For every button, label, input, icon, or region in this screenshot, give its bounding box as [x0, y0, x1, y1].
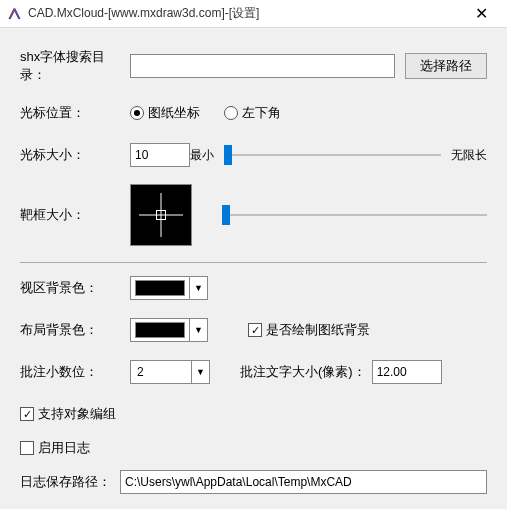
target-size-label: 靶框大小： [20, 206, 130, 224]
radio-bottom-left-label: 左下角 [242, 104, 281, 122]
chevron-down-icon: ▼ [189, 277, 207, 299]
support-edit-group-label: 支持对象编组 [38, 405, 116, 423]
titlebar: CAD.MxCloud-[www.mxdraw3d.com]-[设置] ✕ [0, 0, 507, 28]
separator [20, 262, 487, 263]
checkbox-icon [248, 323, 262, 337]
shx-path-input[interactable] [130, 54, 395, 78]
radio-bottom-left[interactable]: 左下角 [224, 104, 281, 122]
cursor-pos-group: 图纸坐标 左下角 [130, 104, 281, 122]
support-edit-group-checkbox[interactable]: 支持对象编组 [20, 405, 116, 423]
log-path-input[interactable] [120, 470, 487, 494]
shx-path-label: shx字体搜索目录： [20, 48, 130, 84]
layout-bg-select[interactable]: ▼ [130, 318, 208, 342]
draw-paper-bg-label: 是否绘制图纸背景 [266, 321, 370, 339]
settings-panel: shx字体搜索目录： 选择路径 光标位置： 图纸坐标 左下角 光标大小： 最小 … [0, 28, 507, 509]
target-preview-icon [130, 184, 192, 246]
comment-text-size-input[interactable] [372, 360, 442, 384]
slider-thumb-icon [222, 205, 230, 225]
radio-icon [130, 106, 144, 120]
layout-bg-label: 布局背景色： [20, 321, 130, 339]
browse-button[interactable]: 选择路径 [405, 53, 487, 79]
comment-precision-label: 批注小数位： [20, 363, 130, 381]
cursor-size-label: 光标大小： [20, 146, 130, 164]
checkbox-icon [20, 407, 34, 421]
radio-paper-coord[interactable]: 图纸坐标 [130, 104, 200, 122]
enable-log-label: 启用日志 [38, 439, 90, 457]
cursor-pos-label: 光标位置： [20, 104, 130, 122]
viewport-bg-select[interactable]: ▼ [130, 276, 208, 300]
slider-max-label: 无限长 [451, 147, 487, 164]
target-size-slider[interactable] [222, 205, 487, 225]
cursor-size-slider[interactable] [224, 145, 441, 165]
slider-thumb-icon [224, 145, 232, 165]
draw-paper-bg-checkbox[interactable]: 是否绘制图纸背景 [248, 321, 370, 339]
comment-text-size-label: 批注文字大小(像素)： [240, 363, 366, 381]
color-swatch-icon [135, 280, 185, 296]
close-button[interactable]: ✕ [461, 1, 501, 27]
comment-precision-select[interactable]: 2 ▼ [130, 360, 210, 384]
app-icon [6, 6, 22, 22]
chevron-down-icon: ▼ [191, 361, 209, 383]
radio-icon [224, 106, 238, 120]
viewport-bg-label: 视区背景色： [20, 279, 130, 297]
close-icon: ✕ [475, 4, 488, 23]
cursor-size-input[interactable] [130, 143, 190, 167]
color-swatch-icon [135, 322, 185, 338]
slider-min-label: 最小 [190, 147, 214, 164]
window-title: CAD.MxCloud-[www.mxdraw3d.com]-[设置] [28, 5, 461, 22]
enable-log-checkbox[interactable]: 启用日志 [20, 439, 90, 457]
log-path-label: 日志保存路径： [20, 473, 120, 491]
select-value: 2 [131, 365, 191, 379]
chevron-down-icon: ▼ [189, 319, 207, 341]
checkbox-icon [20, 441, 34, 455]
radio-paper-label: 图纸坐标 [148, 104, 200, 122]
